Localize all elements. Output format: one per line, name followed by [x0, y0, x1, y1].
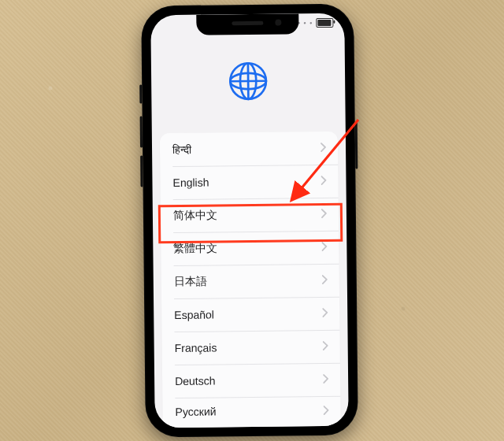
language-row-0[interactable]: हिन्दी — [160, 132, 338, 166]
speaker-grille — [232, 21, 263, 25]
language-label: 日本語 — [174, 275, 207, 289]
language-label: Français — [175, 341, 217, 354]
chevron-right-icon — [322, 273, 328, 287]
phone-body: • • • • हिन्दीEnglish简体中文繁體中文日本語EspañolF… — [141, 4, 358, 438]
canvas-background: • • • • हिन्दीEnglish简体中文繁體中文日本語EspañolF… — [0, 0, 504, 441]
chevron-right-icon — [321, 240, 328, 254]
chevron-right-icon — [323, 404, 329, 418]
language-label: हिन्दी — [172, 143, 191, 156]
language-row-7[interactable]: Deutsch — [162, 363, 340, 398]
mute-switch[interactable] — [139, 84, 142, 103]
volume-up-button[interactable] — [140, 116, 143, 147]
chevron-right-icon — [321, 174, 327, 188]
notch — [196, 13, 298, 35]
language-label: English — [172, 176, 209, 189]
side-button[interactable] — [355, 122, 358, 169]
language-list: हिन्दीEnglish简体中文繁體中文日本語EspañolFrançaisD… — [160, 132, 341, 428]
language-label: 繁體中文 — [173, 241, 217, 256]
volume-down-button[interactable] — [140, 155, 143, 187]
language-row-8[interactable]: Русский — [162, 396, 340, 428]
battery-icon — [316, 18, 333, 28]
phone-screen: • • • • हिन्दीEnglish简体中文繁體中文日本語EspañolF… — [150, 13, 348, 428]
chevron-right-icon — [323, 372, 329, 387]
language-row-1[interactable]: English — [160, 165, 338, 199]
globe-icon — [151, 59, 346, 107]
front-camera — [275, 20, 281, 26]
language-row-6[interactable]: Français — [161, 330, 339, 365]
chevron-right-icon — [321, 207, 328, 221]
chevron-right-icon — [323, 339, 329, 354]
language-label: Español — [174, 308, 214, 321]
language-label: Русский — [175, 405, 216, 418]
language-label: Deutsch — [175, 374, 216, 387]
language-label: 简体中文 — [173, 208, 217, 223]
chevron-right-icon — [322, 306, 328, 321]
language-row-3[interactable]: 繁體中文 — [161, 231, 339, 265]
language-row-4[interactable]: 日本語 — [161, 264, 339, 298]
language-row-5[interactable]: Español — [161, 297, 339, 332]
chevron-right-icon — [321, 141, 327, 155]
language-row-2[interactable]: 简体中文 — [161, 198, 339, 232]
